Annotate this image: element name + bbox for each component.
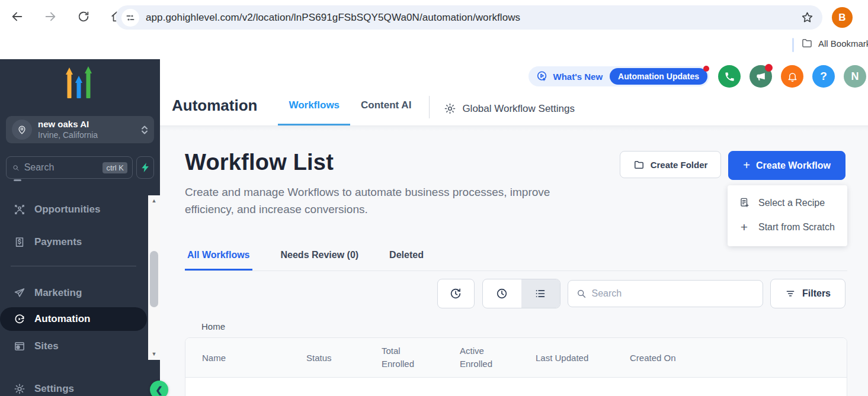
whats-new-label: What's New: [553, 72, 603, 82]
sidebar-search-input[interactable]: [24, 162, 103, 173]
scrollbar-track[interactable]: [148, 207, 160, 349]
account-switcher[interactable]: new oaks AI Irvine, California: [6, 116, 154, 143]
column-header-active-enrolled: Active Enrolled: [460, 345, 536, 371]
automation-icon: [13, 313, 26, 325]
global-workflow-settings-link[interactable]: Global Workflow Settings: [444, 102, 575, 125]
payments-icon: [13, 236, 26, 248]
menu-item-start-from-scratch[interactable]: + Start from Scratch: [728, 214, 847, 240]
question-mark-icon: ?: [820, 70, 827, 83]
menu-item-select-a-recipe[interactable]: Select a Recipe: [728, 191, 847, 214]
browser-chrome: app.gohighlevel.com/v2/location/lnPS691g…: [0, 0, 868, 34]
clock-icon: [495, 287, 508, 300]
workflow-search-input[interactable]: [591, 288, 754, 299]
search-icon: [576, 288, 586, 299]
history-clock-icon: [449, 287, 462, 300]
menu-divider: [11, 266, 136, 266]
browser-profile-avatar[interactable]: B: [832, 7, 853, 28]
url-bar[interactable]: app.gohighlevel.com/v2/location/lnPS691g…: [116, 5, 822, 30]
notification-dot: [765, 64, 773, 72]
whats-new-play-icon: [536, 70, 549, 83]
history-button[interactable]: [437, 279, 475, 308]
lightning-bolt-icon: [142, 163, 149, 172]
quick-actions-button[interactable]: [136, 156, 154, 179]
gohighlevel-logo-icon[interactable]: [59, 65, 101, 103]
create-folder-button[interactable]: Create Folder: [620, 151, 722, 178]
plus-icon: +: [738, 220, 750, 234]
view-toggle: [482, 279, 560, 308]
sites-icon: [13, 340, 26, 352]
phone-button[interactable]: [718, 65, 741, 88]
tab-content-ai[interactable]: Content AI: [350, 99, 422, 125]
column-header-last-updated: Last Updated: [536, 353, 630, 363]
column-header-total-enrolled: Total Enrolled: [382, 345, 460, 371]
table-body: [185, 378, 847, 396]
sidebar-scrollbar[interactable]: ▲ ▼: [148, 195, 160, 360]
global-workflow-settings-label: Global Workflow Settings: [462, 103, 575, 115]
notifications-button[interactable]: [781, 65, 803, 88]
filters-label: Filters: [802, 288, 831, 299]
workflow-search[interactable]: [568, 280, 763, 307]
account-location: Irvine, California: [38, 130, 141, 140]
sidebar-item-opportunities[interactable]: Opportunities: [0, 198, 148, 221]
column-header-name: Name: [185, 353, 306, 363]
site-settings-icon[interactable]: [121, 9, 139, 27]
recent-view-button[interactable]: [483, 279, 521, 308]
scroll-up-icon[interactable]: ▲: [152, 195, 157, 207]
scroll-down-icon[interactable]: ▼: [152, 349, 157, 360]
main-content: Workflow List Create and manage Workflow…: [160, 126, 868, 396]
create-workflow-label: Create Workflow: [756, 160, 831, 171]
sidebar-item-marketing[interactable]: Marketing: [0, 282, 148, 304]
tab-deleted[interactable]: Deleted: [387, 245, 426, 271]
url-text: app.gohighlevel.com/v2/location/lnPS691g…: [146, 12, 800, 24]
scrolled-item-remnant: [14, 179, 21, 181]
sidebar-item-label: Automation: [34, 313, 90, 325]
sidebar-item-label: Payments: [34, 236, 82, 248]
bell-icon: [787, 71, 798, 82]
list-icon: [534, 287, 547, 300]
reload-icon[interactable]: [72, 5, 95, 28]
column-header-created-on: Created On: [630, 353, 847, 363]
notification-dot: [703, 66, 709, 72]
tab-all-workflows[interactable]: All Workflows: [185, 245, 252, 271]
search-icon: [12, 163, 20, 173]
plus-icon: +: [743, 159, 750, 172]
opportunities-icon: [13, 204, 26, 215]
tab-needs-review[interactable]: Needs Review (0): [278, 245, 361, 271]
bookmark-star-icon[interactable]: [800, 11, 814, 24]
help-button[interactable]: ?: [812, 65, 835, 88]
account-name: new oaks AI: [38, 119, 141, 130]
gear-icon: [13, 383, 26, 395]
whats-new-button[interactable]: What's New Automation Updates: [529, 66, 709, 86]
workflow-table: Name Status Total Enrolled Active Enroll…: [185, 337, 847, 396]
forward-icon[interactable]: [39, 5, 62, 28]
sidebar-item-sites[interactable]: Sites: [0, 335, 148, 358]
scrollbar-thumb[interactable]: [150, 251, 158, 307]
filters-button[interactable]: Filters: [770, 279, 845, 308]
back-icon[interactable]: [6, 5, 28, 28]
workflow-list-description: Create and manage Workflows to automate …: [185, 183, 564, 218]
sidebar-search[interactable]: ctrl K: [6, 156, 133, 179]
user-avatar[interactable]: N: [844, 65, 866, 88]
filter-icon: [785, 288, 796, 299]
workflow-list-tabs: All Workflows Needs Review (0) Deleted: [185, 245, 847, 271]
tab-workflows[interactable]: Workflows: [278, 99, 350, 125]
location-pin-icon: [12, 120, 32, 140]
header-divider: [429, 96, 430, 118]
breadcrumb-home[interactable]: Home: [201, 321, 225, 331]
folder-icon: [633, 159, 645, 170]
list-view-button[interactable]: [521, 279, 560, 308]
app-header: What's New Automation Updates ? N Automa…: [160, 56, 868, 126]
page-title: Automation: [172, 96, 257, 125]
sidebar-item-automation[interactable]: Automation: [0, 307, 147, 331]
phone-icon: [724, 71, 735, 82]
sidebar-collapse-button[interactable]: ❮: [150, 381, 168, 396]
sidebar-item-settings[interactable]: Settings: [0, 378, 148, 396]
all-bookmarks-button[interactable]: All Bookmarks: [801, 37, 868, 49]
megaphone-icon: [755, 71, 767, 82]
create-workflow-button[interactable]: + Create Workflow: [728, 151, 845, 180]
sidebar-item-payments[interactable]: Payments: [0, 231, 148, 253]
automation-updates-badge[interactable]: Automation Updates: [610, 68, 707, 85]
announcements-button[interactable]: [750, 65, 772, 88]
column-header-status: Status: [306, 353, 382, 363]
create-workflow-dropdown: Select a Recipe + Start from Scratch: [728, 185, 847, 246]
